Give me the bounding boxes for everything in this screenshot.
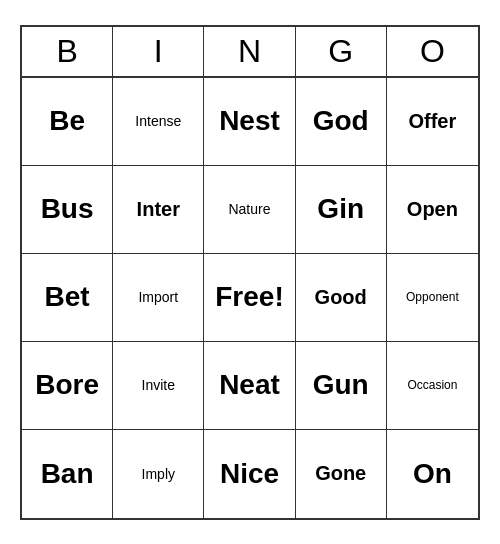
cell-text-r3-c0: Bore xyxy=(35,369,99,401)
bingo-cell-r0-c3: God xyxy=(296,78,387,166)
bingo-card: BINGO BeIntenseNestGodOfferBusInterNatur… xyxy=(20,25,480,520)
bingo-cell-r2-c4: Opponent xyxy=(387,254,478,342)
header-letter-g: G xyxy=(296,27,387,76)
bingo-cell-r0-c0: Be xyxy=(22,78,113,166)
bingo-cell-r1-c4: Open xyxy=(387,166,478,254)
bingo-cell-r3-c2: Neat xyxy=(204,342,295,430)
cell-text-r2-c1: Import xyxy=(138,289,178,305)
cell-text-r0-c0: Be xyxy=(49,105,85,137)
bingo-cell-r1-c3: Gin xyxy=(296,166,387,254)
bingo-cell-r4-c2: Nice xyxy=(204,430,295,518)
header-letter-n: N xyxy=(204,27,295,76)
cell-text-r1-c2: Nature xyxy=(228,201,270,217)
bingo-cell-r0-c4: Offer xyxy=(387,78,478,166)
bingo-cell-r4-c1: Imply xyxy=(113,430,204,518)
cell-text-r1-c4: Open xyxy=(407,198,458,221)
cell-text-r4-c0: Ban xyxy=(41,458,94,490)
cell-text-r3-c2: Neat xyxy=(219,369,280,401)
cell-text-r1-c1: Inter xyxy=(137,198,180,221)
cell-text-r0-c3: God xyxy=(313,105,369,137)
header-letter-i: I xyxy=(113,27,204,76)
cell-text-r2-c4: Opponent xyxy=(406,290,459,304)
bingo-cell-r1-c2: Nature xyxy=(204,166,295,254)
cell-text-r3-c4: Occasion xyxy=(407,378,457,392)
header-letter-b: B xyxy=(22,27,113,76)
bingo-cell-r4-c0: Ban xyxy=(22,430,113,518)
bingo-header: BINGO xyxy=(22,27,478,78)
bingo-cell-r4-c4: On xyxy=(387,430,478,518)
bingo-cell-r2-c3: Good xyxy=(296,254,387,342)
cell-text-r3-c1: Invite xyxy=(142,377,175,393)
bingo-cell-r1-c1: Inter xyxy=(113,166,204,254)
cell-text-r0-c4: Offer xyxy=(408,110,456,133)
cell-text-r2-c2: Free! xyxy=(215,281,283,313)
bingo-cell-r3-c1: Invite xyxy=(113,342,204,430)
bingo-cell-r2-c2: Free! xyxy=(204,254,295,342)
cell-text-r4-c1: Imply xyxy=(142,466,175,482)
cell-text-r2-c3: Good xyxy=(315,286,367,309)
cell-text-r0-c2: Nest xyxy=(219,105,280,137)
bingo-grid: BeIntenseNestGodOfferBusInterNatureGinOp… xyxy=(22,78,478,518)
header-letter-o: O xyxy=(387,27,478,76)
bingo-cell-r3-c3: Gun xyxy=(296,342,387,430)
cell-text-r4-c2: Nice xyxy=(220,458,279,490)
bingo-cell-r1-c0: Bus xyxy=(22,166,113,254)
cell-text-r2-c0: Bet xyxy=(45,281,90,313)
bingo-cell-r2-c0: Bet xyxy=(22,254,113,342)
bingo-cell-r0-c1: Intense xyxy=(113,78,204,166)
cell-text-r1-c3: Gin xyxy=(317,193,364,225)
bingo-cell-r2-c1: Import xyxy=(113,254,204,342)
cell-text-r0-c1: Intense xyxy=(135,113,181,129)
cell-text-r4-c4: On xyxy=(413,458,452,490)
cell-text-r3-c3: Gun xyxy=(313,369,369,401)
cell-text-r1-c0: Bus xyxy=(41,193,94,225)
bingo-cell-r3-c4: Occasion xyxy=(387,342,478,430)
bingo-cell-r4-c3: Gone xyxy=(296,430,387,518)
bingo-cell-r3-c0: Bore xyxy=(22,342,113,430)
bingo-cell-r0-c2: Nest xyxy=(204,78,295,166)
cell-text-r4-c3: Gone xyxy=(315,462,366,485)
